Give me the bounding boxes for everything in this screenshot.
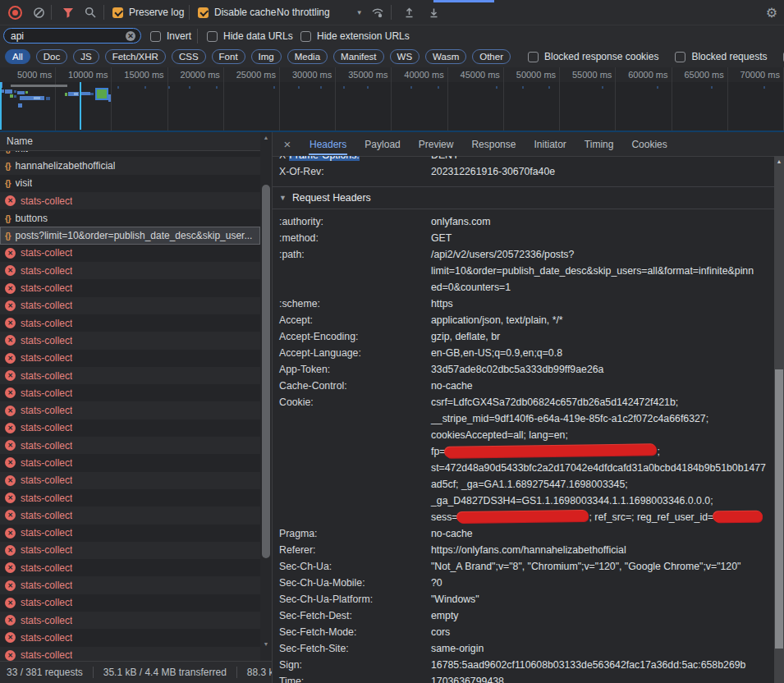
request-row[interactable]: ✕stats-collect (0, 525, 260, 542)
type-filter-wasm[interactable]: Wasm (425, 49, 466, 64)
request-row[interactable]: ✕stats-collect (0, 401, 260, 419)
request-row[interactable]: ✕stats-collect (0, 472, 260, 489)
scroll-up-icon[interactable]: ▲ (260, 135, 272, 140)
request-row[interactable]: ✕stats-collect (0, 612, 260, 629)
header-value-line: no-cache (431, 378, 774, 394)
request-row[interactable]: ✕stats-collect (0, 262, 260, 279)
arrow-down-icon (429, 7, 439, 18)
type-filter-ws[interactable]: WS (390, 49, 420, 64)
request-row[interactable]: {}visit (0, 175, 260, 192)
scroll-down-icon[interactable]: ▼ (260, 641, 272, 647)
clear-network-log-button[interactable] (30, 0, 48, 25)
tab-response[interactable]: Response (470, 133, 516, 155)
type-filter-media[interactable]: Media (287, 49, 328, 64)
request-row[interactable]: ✕stats-collect (0, 647, 260, 661)
hide-extension-urls-checkbox[interactable]: Hide extension URLs (300, 30, 410, 42)
waterfall-dot (216, 86, 218, 89)
type-filter-other[interactable]: Other (472, 49, 511, 64)
request-row[interactable]: ✕stats-collect (0, 245, 260, 262)
header-value: onlyfans.com (431, 213, 774, 230)
request-row[interactable]: ✕stats-collect (0, 629, 260, 646)
request-row[interactable]: ✕stats-collect (0, 297, 260, 314)
waterfall-bar (46, 97, 50, 100)
disable-cache-checkbox[interactable]: Disable cache (198, 7, 276, 18)
type-filter-manifest[interactable]: Manifest (333, 49, 383, 64)
triangle-down-icon: ▼ (279, 194, 287, 202)
type-filter-font[interactable]: Font (212, 49, 245, 64)
tab-headers[interactable]: Headers (309, 133, 347, 155)
tab-preview[interactable]: Preview (418, 133, 455, 155)
scroll-up-icon[interactable]: ▲ (774, 158, 784, 164)
request-list-scrollbar[interactable]: ▲ ▼ (260, 132, 272, 661)
tab-timing[interactable]: Timing (584, 133, 615, 155)
tab-initiator[interactable]: Initiator (533, 133, 566, 155)
throttling-dropdown[interactable]: No throttling ▼ (277, 0, 363, 25)
header-value-line: empty (431, 607, 774, 624)
hide-data-urls-checkbox[interactable]: Hide data URLs (207, 30, 293, 42)
request-row[interactable]: {}hannahelizabethofficial (0, 157, 260, 174)
header-row: Pragma:no-cache (273, 525, 774, 542)
request-row[interactable]: ✕stats-collect (0, 350, 260, 367)
record-network-log-button[interactable] (5, 0, 25, 25)
close-icon[interactable]: × (281, 137, 294, 151)
detail-scrollbar[interactable]: ▲ (774, 156, 784, 683)
type-filter-css[interactable]: CSS (172, 49, 206, 64)
request-row[interactable]: ✕stats-collect (0, 576, 260, 594)
invert-checkbox[interactable]: Invert (150, 30, 191, 42)
settings-gear-icon[interactable]: ⚙ (766, 0, 777, 25)
request-row[interactable]: {}init (0, 151, 260, 157)
error-icon: ✕ (5, 510, 16, 520)
timeline-tick-label: 5000 ms (17, 70, 52, 80)
type-filter-js[interactable]: JS (73, 49, 99, 64)
scrollbar-thumb[interactable] (775, 369, 783, 649)
timeline-tick-label: 55000 ms (572, 70, 612, 80)
request-row[interactable]: ✕stats-collect (0, 332, 260, 349)
request-row[interactable]: ✕stats-collect (0, 384, 260, 401)
preserve-log-checkbox[interactable]: Preserve log (112, 7, 184, 18)
request-row[interactable]: ✕stats-collect (0, 192, 260, 209)
tab-cookies[interactable]: Cookies (630, 133, 667, 155)
request-headers-section-toggle[interactable]: ▼ Request Headers (273, 186, 774, 209)
request-row[interactable]: ✕stats-collect (0, 507, 260, 524)
header-name: Sec-Fetch-Dest: (273, 607, 431, 624)
blocked-response-cookies-checkbox[interactable]: Blocked response cookies (528, 51, 658, 62)
import-har-button[interactable] (399, 0, 419, 25)
header-name: Sec-Ch-Ua: (273, 558, 431, 575)
request-row[interactable]: ✕stats-collect (0, 367, 260, 384)
filter-toggle-button[interactable] (59, 0, 77, 25)
export-har-button[interactable] (424, 0, 443, 25)
toolbar-divider (189, 5, 190, 20)
request-row[interactable]: ✕stats-collect (0, 542, 260, 559)
request-row[interactable]: ✕stats-collect (0, 437, 260, 454)
tab-payload[interactable]: Payload (364, 133, 401, 155)
search-button[interactable] (81, 0, 99, 25)
timeline-cursor-line (80, 82, 81, 130)
header-row: :scheme:https (273, 296, 774, 312)
request-row[interactable]: ✕stats-collect (0, 594, 260, 612)
type-filter-img[interactable]: Img (251, 49, 282, 64)
header-value: 202312261916-30670fa40e (431, 163, 774, 180)
header-name: Cookie: (273, 394, 431, 525)
type-filter-all[interactable]: All (5, 49, 30, 64)
request-row[interactable]: ✕stats-collect (0, 489, 260, 507)
request-row[interactable]: ✕stats-collect (0, 559, 260, 576)
request-row[interactable]: ✕stats-collect (0, 454, 260, 471)
waterfall-bar (18, 103, 22, 108)
scrollbar-thumb[interactable] (262, 185, 270, 558)
name-column-header[interactable]: Name (0, 132, 272, 151)
type-filter-doc[interactable]: Doc (36, 49, 67, 64)
blocked-requests-checkbox[interactable]: Blocked requests (675, 51, 767, 62)
header-value-line: __stripe_mid=9df140f6-e64a-419e-85fc-a1c… (431, 410, 774, 427)
network-conditions-button[interactable] (368, 0, 387, 25)
type-filter-fetch-xhr[interactable]: Fetch/XHR (105, 49, 166, 64)
network-overview-timeline[interactable]: 5000 ms10000 ms15000 ms20000 ms25000 ms3… (0, 67, 784, 132)
filter-text-input[interactable]: api ✕ (3, 28, 141, 44)
request-row[interactable]: ✕stats-collect (0, 419, 260, 437)
request-row[interactable]: ✕stats-collect (0, 279, 260, 296)
timeline-tick-label: 20000 ms (181, 70, 220, 80)
request-row[interactable]: ✕stats-collect (0, 314, 260, 332)
request-row[interactable]: {}buttons (0, 209, 260, 227)
clear-filter-icon[interactable]: ✕ (126, 31, 135, 41)
request-row[interactable]: {}posts?limit=10&order=publish_date_desc… (0, 227, 260, 244)
header-value-line: GET (431, 230, 774, 246)
